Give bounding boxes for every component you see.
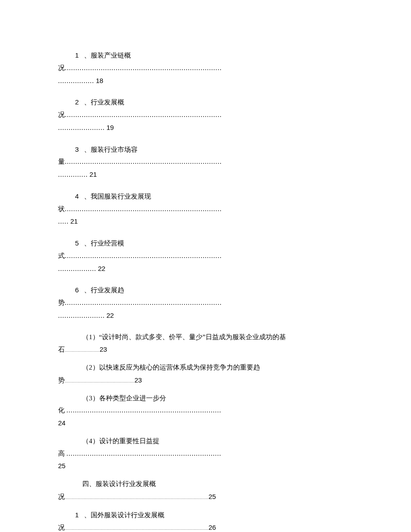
toc-title-suffix: 式 bbox=[58, 252, 65, 259]
toc-line-2: 石........................23 bbox=[58, 343, 353, 356]
toc-line-2: 状.......................................… bbox=[58, 203, 353, 216]
toc-line-2: 量.......................................… bbox=[58, 156, 353, 168]
toc-line-2: 势.......................................… bbox=[58, 374, 353, 387]
toc-page-num: 24 bbox=[58, 417, 66, 429]
toc-page-num: 25 bbox=[58, 460, 66, 472]
toc-page-num: 26 bbox=[209, 521, 216, 532]
toc-title: （1）“设计时尚、款式多变、价平、量少”日益成为服装企业成功的基 bbox=[82, 333, 286, 341]
toc-line-1: 6 、行业发展趋 bbox=[58, 284, 353, 297]
toc-leader-dots: ...................... bbox=[58, 124, 105, 131]
toc-title-suffix: 量 bbox=[58, 158, 65, 165]
toc-line-2: 式.......................................… bbox=[58, 250, 353, 262]
toc-title-suffix: 况 bbox=[58, 524, 65, 531]
toc-entry: 2 、行业发展概况...............................… bbox=[58, 96, 353, 134]
toc-title: 、行业经营模 bbox=[84, 240, 124, 247]
toc-line-2: 况.......................................… bbox=[58, 490, 353, 503]
toc-leader-dots: ........................................… bbox=[65, 526, 209, 531]
toc-line-2: 况.......................................… bbox=[58, 521, 353, 532]
toc-leader-dots: ........................................… bbox=[65, 252, 222, 259]
toc-line-1: 1 、国外服装设计行业发展概 bbox=[58, 509, 353, 522]
toc-page-num: 21 bbox=[71, 215, 78, 228]
toc-line-2: 况.......................................… bbox=[58, 62, 353, 75]
toc-leader-dots: ........................................… bbox=[65, 495, 209, 500]
toc-title: 、国外服装设计行业发展概 bbox=[84, 511, 164, 519]
toc-line-3: ...................... 22 bbox=[58, 309, 353, 322]
toc-page-num: 22 bbox=[106, 309, 114, 322]
toc-leader-dots: ........................................… bbox=[65, 111, 222, 118]
toc-line-1: 四、服装设计行业发展概 bbox=[58, 478, 353, 490]
toc-title: 四、服装设计行业发展概 bbox=[82, 480, 156, 487]
toc-page-num: 25 bbox=[209, 490, 216, 503]
toc-title: 、我国服装行业发展现 bbox=[84, 193, 151, 200]
toc-entry: 4 、我国服装行业发展现状...........................… bbox=[58, 190, 353, 228]
toc-title: 、行业发展概 bbox=[84, 99, 124, 106]
toc-leader-dots: ........................................… bbox=[65, 158, 222, 165]
toc-leader-dots: .................. bbox=[58, 265, 96, 272]
toc-entry: 6 、行业发展趋势...............................… bbox=[58, 284, 353, 322]
toc-num: 1 bbox=[75, 509, 79, 521]
toc-line-1: （1）“设计时尚、款式多变、价平、量少”日益成为服装企业成功的基 bbox=[58, 331, 353, 344]
toc-entry: 5 、行业经营模式...............................… bbox=[58, 237, 353, 275]
toc-title-suffix: 势 bbox=[58, 299, 65, 306]
toc-line-3: ................. 18 bbox=[58, 75, 353, 87]
toc-sub-entry: （3）各种类型企业进一步分化 .........................… bbox=[58, 392, 353, 430]
toc-title-suffix: 化 bbox=[58, 407, 67, 414]
toc-line-1: 1 、服装产业链概 bbox=[58, 49, 353, 62]
toc-page-num: 18 bbox=[96, 75, 104, 87]
toc-title-suffix: 况 bbox=[58, 111, 65, 118]
toc-title: 、服装产业链概 bbox=[84, 52, 131, 59]
toc-line-1: 4 、我国服装行业发展现 bbox=[58, 190, 353, 203]
toc-num: 2 bbox=[75, 96, 79, 108]
toc-num: 1 bbox=[75, 49, 79, 62]
toc-leader-dots: ........................................… bbox=[65, 64, 222, 71]
toc-line-1: （3）各种类型企业进一步分 bbox=[58, 392, 353, 405]
toc-sub-entry: （1）“设计时尚、款式多变、价平、量少”日益成为服装企业成功的基石.......… bbox=[58, 331, 353, 357]
toc-title-suffix: 石 bbox=[58, 346, 65, 353]
toc-page-num: 22 bbox=[98, 262, 105, 275]
toc-leader-dots: ........................................… bbox=[65, 299, 222, 306]
toc-title-suffix: 况 bbox=[58, 493, 65, 500]
toc-section-entry: 四、服装设计行业发展概况............................… bbox=[58, 478, 353, 503]
toc-sub-entry: （2）以快速反应为核心的运营体系成为保持竞争力的重要趋势............… bbox=[58, 362, 353, 387]
toc-line-2: 化 ......................................… bbox=[58, 404, 353, 417]
toc-page-num: 19 bbox=[106, 121, 114, 134]
toc-page-num: 23 bbox=[134, 374, 142, 387]
toc-line-1: 3 、服装行业市场容 bbox=[58, 143, 353, 156]
toc-title-suffix: 势 bbox=[58, 377, 65, 384]
toc-num: 6 bbox=[75, 284, 79, 296]
toc-title-suffix: 高 bbox=[58, 450, 67, 457]
toc-title: 、服装行业市场容 bbox=[84, 146, 138, 153]
toc-entry: 1 、国外服装设计行业发展概况.........................… bbox=[58, 509, 353, 532]
toc-page-num: 21 bbox=[89, 168, 97, 181]
toc-line-3: ..... 21 bbox=[58, 215, 353, 228]
toc-line-1: 5 、行业经营模 bbox=[58, 237, 353, 250]
toc-line-3: 25 bbox=[58, 460, 353, 473]
toc-num: 5 bbox=[75, 237, 79, 249]
toc-num: 4 bbox=[75, 190, 79, 203]
toc-title: （2）以快速反应为核心的运营体系成为保持竞争力的重要趋 bbox=[82, 364, 260, 371]
toc-entry: 3 、服装行业市场容量.............................… bbox=[58, 143, 353, 181]
toc-line-2: 势.......................................… bbox=[58, 297, 353, 309]
toc-leader-dots: ........................ bbox=[65, 348, 100, 353]
toc-line-1: （2）以快速反应为核心的运营体系成为保持竞争力的重要趋 bbox=[58, 362, 353, 374]
toc-entry: 1 、服装产业链概况..............................… bbox=[58, 49, 353, 87]
toc-leader-dots: ........................................… bbox=[65, 379, 134, 383]
toc-line-3: 24 bbox=[58, 417, 353, 430]
toc-title: （3）各种类型企业进一步分 bbox=[82, 395, 166, 402]
toc-line-3: .................. 22 bbox=[58, 262, 353, 275]
toc-sub-entry: （4）设计的重要性日益提高 ..........................… bbox=[58, 435, 353, 473]
toc-leader-dots: ...................... bbox=[58, 312, 105, 319]
toc-title: 、行业发展趋 bbox=[84, 287, 124, 294]
toc-title-suffix: 状 bbox=[58, 205, 65, 212]
toc-num: 3 bbox=[75, 143, 79, 156]
toc-line-3: ...................... 19 bbox=[58, 121, 353, 134]
document-page: 1 、服装产业链概况..............................… bbox=[0, 0, 411, 532]
toc-line-3: .............. 21 bbox=[58, 168, 353, 181]
toc-line-2: 况.......................................… bbox=[58, 109, 353, 121]
toc-line-1: 2 、行业发展概 bbox=[58, 96, 353, 109]
toc-leader-dots: ........................................… bbox=[65, 205, 222, 212]
toc-leader-dots: ..... bbox=[58, 218, 69, 225]
table-of-contents: 1 、服装产业链概况..............................… bbox=[58, 49, 353, 532]
toc-line-2: 高 ......................................… bbox=[58, 448, 353, 460]
toc-leader-dots: ........................................… bbox=[67, 407, 222, 414]
